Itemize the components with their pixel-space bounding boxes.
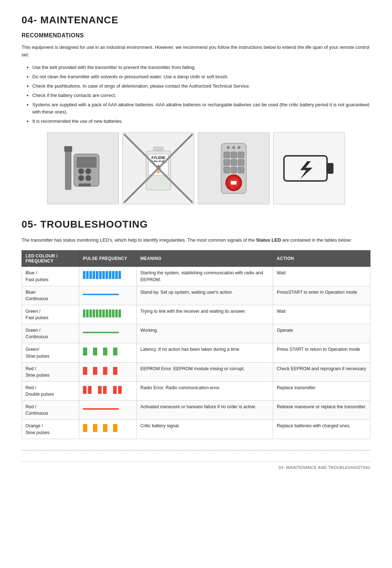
table-row: Blue / Fast pulsesStarting the system, s… [22, 267, 370, 286]
bullet-list: Use the belt provided with the transmitt… [32, 64, 370, 125]
action-cell: Replace batteries with charged ones. [273, 420, 370, 439]
svg-rect-20 [238, 159, 244, 166]
action-cell: PressSTART to enter in Operation mode [273, 286, 370, 305]
col-header-pulse: PULSE FREQUENCY [79, 251, 137, 267]
footer-divider [22, 450, 370, 454]
svg-point-12 [227, 146, 230, 149]
pulse-freq-cell [79, 286, 137, 305]
pulse-freq-cell [79, 420, 137, 439]
svg-point-13 [232, 146, 235, 149]
led-colour-cell: Orange / Slow pulses [22, 420, 79, 439]
pulse-freq-cell [79, 267, 137, 286]
meaning-cell: Activated maneuvre or harware failure if… [137, 401, 273, 420]
table-row: Red / Double pulsesRadio Error. Radio co… [22, 381, 370, 400]
svg-rect-16 [231, 152, 237, 158]
svg-point-6 [78, 175, 84, 181]
svg-rect-0 [65, 147, 71, 190]
table-row: Green/ Slow pulsesLatency. If no action … [22, 343, 370, 362]
svg-rect-1 [64, 146, 72, 152]
led-colour-cell: Blue / Fast pulses [22, 267, 79, 286]
bullet-item: Check the pushbuttons. In case of sings … [32, 83, 370, 90]
bullet-item: Systems are supplied with a pack of AAA … [32, 101, 370, 116]
action-cell: Check EEPROM and reprogram if necessary [273, 362, 370, 381]
image-xylene: XYLENE 99.9% PURE ⚠ 🔥 [122, 132, 194, 204]
section1-title: 04- MAINTENANCE [22, 14, 370, 26]
svg-point-7 [85, 175, 91, 181]
pulse-freq-cell [79, 362, 137, 381]
section2-title: 05- TROUBLESHOOTING [22, 219, 370, 230]
col-header-led: LED COLOUR / FREQUENCY [22, 251, 79, 267]
led-colour-cell: Red / Continuous [22, 401, 79, 420]
intro-text-part2: are contained in the tables below: [281, 237, 352, 243]
led-colour-cell: Blue/ Continuous [22, 286, 79, 305]
pulse-freq-cell [79, 401, 137, 420]
led-colour-cell: Green / Fast pulses [22, 305, 79, 324]
svg-rect-23 [238, 167, 244, 173]
led-colour-cell: Green/ Slow pulses [22, 343, 79, 362]
svg-rect-15 [224, 152, 230, 158]
col-header-meaning: MEANING [137, 251, 273, 267]
action-cell: Wait [273, 305, 370, 324]
action-cell: Replace transmitter [273, 381, 370, 400]
svg-point-14 [238, 146, 241, 149]
action-cell: Operate [273, 324, 370, 343]
table-row: Blue/ ContinuousStand-by. Set up system,… [22, 286, 370, 305]
svg-marker-29 [300, 161, 313, 179]
meaning-cell: Latency. If no action has been taken dur… [137, 343, 273, 362]
image-remote [198, 132, 270, 204]
meaning-cell: EEPROM Error. EEPROM module mising or co… [137, 362, 273, 381]
table-row: Green / Fast pulsesTrying to link with t… [22, 305, 370, 324]
bullet-item: Use the belt provided with the transmitt… [32, 64, 370, 71]
pulse-freq-cell [79, 381, 137, 400]
svg-point-4 [78, 168, 84, 174]
section1-subtitle: RECOMMENDATIONS [22, 32, 370, 39]
action-cell: Press START to return to Operation mode [273, 343, 370, 362]
pulse-freq-cell [79, 343, 137, 362]
meaning-cell: Stand-by. Set up system, waiting user's … [137, 286, 273, 305]
bullet-item: Check if the battery contacts are correc… [32, 92, 370, 99]
svg-rect-8 [79, 183, 91, 186]
led-colour-cell: Red / Slow pulses [22, 362, 79, 381]
image-belt [47, 132, 119, 204]
svg-rect-17 [238, 152, 244, 158]
section1-intro: This equipment is designed for use in an… [22, 44, 370, 59]
intro-bold: Status LED [256, 237, 281, 243]
svg-point-5 [85, 168, 91, 174]
led-table: LED COLOUR / FREQUENCY PULSE FREQUENCY M… [22, 250, 370, 439]
svg-rect-28 [327, 163, 333, 174]
footer-text: 04- MAINTENANCE AND TROUBLESHOOTING [22, 461, 370, 470]
table-row: Orange / Slow pulsesCritic battery signa… [22, 420, 370, 439]
svg-rect-26 [231, 181, 237, 185]
bullet-item: It is recommended the use of new batteri… [32, 118, 370, 125]
meaning-cell: Working. [137, 324, 273, 343]
image-battery [273, 132, 345, 204]
meaning-cell: Starting the system, stablishing communi… [137, 267, 273, 286]
pulse-freq-cell [79, 305, 137, 324]
svg-rect-18 [224, 159, 230, 166]
images-row: XYLENE 99.9% PURE ⚠ 🔥 [22, 132, 370, 204]
action-cell: Wait [273, 267, 370, 286]
table-row: Red / ContinuousActivated maneuvre or ha… [22, 401, 370, 420]
pulse-freq-cell [79, 324, 137, 343]
section2-intro: The transmitter has status monitoring LE… [22, 237, 370, 244]
led-colour-cell: Red / Double pulses [22, 381, 79, 400]
svg-rect-19 [231, 159, 237, 166]
table-row: Red / Slow pulsesEEPROM Error. EEPROM mo… [22, 362, 370, 381]
action-cell: Release maneuvre or replace the transmit… [273, 401, 370, 420]
col-header-action: ACTION [273, 251, 370, 267]
meaning-cell: Radio Error. Radio communication error. [137, 381, 273, 400]
bullet-item: Do not clean the transmitter with solven… [32, 73, 370, 80]
table-row: Green / ContinuousWorking.Operate [22, 324, 370, 343]
svg-rect-22 [231, 167, 237, 173]
meaning-cell: Trying to link with the receiver and wai… [137, 305, 273, 324]
svg-rect-3 [76, 157, 97, 168]
intro-text-part1: The transmitter has status monitoring LE… [22, 237, 256, 243]
led-colour-cell: Green / Continuous [22, 324, 79, 343]
svg-rect-21 [224, 167, 230, 173]
meaning-cell: Critic battery signal. [137, 420, 273, 439]
